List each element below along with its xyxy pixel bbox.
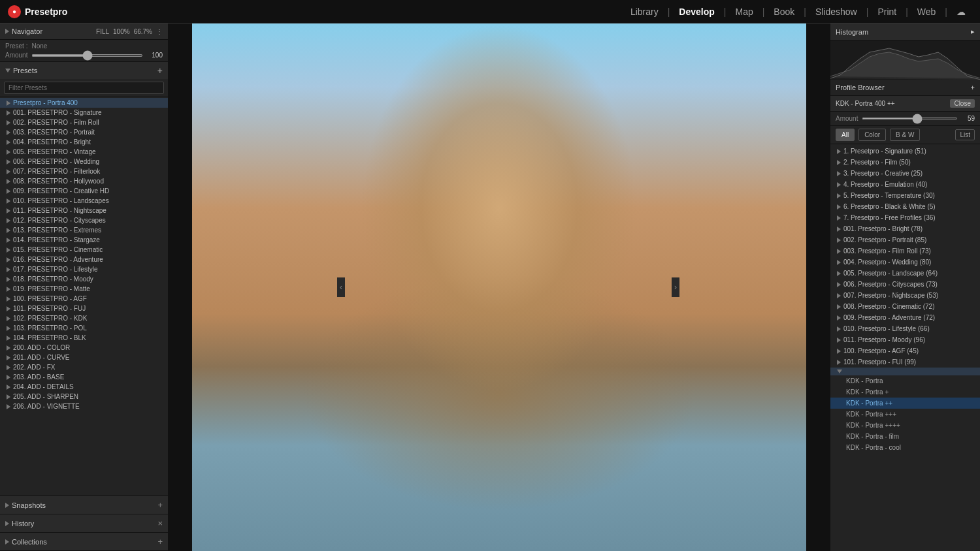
pb-group-16[interactable]: 010. Presetpro - Lifestyle (66) [830,323,980,334]
presets-header[interactable]: Presets + [0,62,168,79]
preset-label: Preset : [5,42,27,50]
left-panel-toggle[interactable]: ‹ [337,277,345,297]
nav-web[interactable]: Web [911,7,943,17]
tab-color[interactable]: Color [858,129,886,141]
snapshots-row[interactable]: Snapshots + [0,496,168,514]
zoom1-value[interactable]: 100% [113,28,130,35]
pb-group-kdk[interactable] [830,368,980,375]
tab-bw[interactable]: B & W [890,129,920,141]
preset-item-9[interactable]: 010. PRESETPRO - Landscapes [0,196,168,206]
preset-item-add-details[interactable]: 204. ADD - DETAILS [0,382,168,392]
pb-kdk-1[interactable]: KDK - Portra [830,375,980,386]
pb-kdk-6[interactable]: KDK - Portra - film [830,431,980,442]
nav-develop[interactable]: Develop [672,7,721,17]
preset-item-add-color[interactable]: 200. ADD - COLOR [0,343,168,353]
preset-item-15[interactable]: 016. PRESETPRO - Adventure [0,255,168,264]
pb-group-10[interactable]: 004. Presetpro - Wedding (80) [830,257,980,268]
pi-tri [7,365,10,370]
preset-item-17[interactable]: 018. PRESETPRO - Moody [0,274,168,284]
collections-add-icon[interactable]: + [157,537,163,546]
nav-book[interactable]: Book [767,7,801,17]
pb-group-13[interactable]: 007. Presetpro - Nightscape (53) [830,290,980,301]
pi-tri [7,218,10,223]
presets-search-input[interactable] [4,82,164,94]
preset-item-3[interactable]: 004. PRESETPRO - Bright [0,137,168,147]
navigator-header[interactable]: Navigator FILL 100% 66.7% ⋮ [0,24,168,39]
preset-item-7[interactable]: 008. PRESETPRO - Hollywood [0,176,168,186]
zoom2-value[interactable]: 66.7% [134,28,152,35]
list-view-button[interactable]: List [955,129,975,140]
profile-browser-plus[interactable]: + [971,84,975,91]
nav-map[interactable]: Map [728,7,759,17]
histogram-header[interactable]: Histogram ▸ [830,24,980,40]
preset-item-21[interactable]: 102. PRESETPRO - KDK [0,313,168,323]
preset-item-16[interactable]: 017. PRESETPRO - Lifestyle [0,264,168,274]
pb-group-18[interactable]: 100. Presetpro - AGF (45) [830,345,980,356]
preset-item-13[interactable]: 014. PRESETPRO - Stargaze [0,235,168,245]
preset-item-add-vignette[interactable]: 206. ADD - VIGNETTE [0,401,168,411]
nav-cloud[interactable]: ☁ [950,7,972,17]
profile-amount-slider[interactable] [862,118,958,119]
preset-item-22[interactable]: 103. PRESETPRO - POL [0,323,168,333]
pb-group-9[interactable]: 003. Presetpro - Film Roll (73) [830,245,980,257]
preset-item-add-base[interactable]: 203. ADD - BASE [0,372,168,382]
preset-item-18[interactable]: 019. PRESETPRO - Matte [0,284,168,294]
right-panel-toggle[interactable]: › [672,277,679,297]
pb-group-6[interactable]: 7. Presetpro - Free Profiles (36) [830,212,980,223]
preset-item-1[interactable]: 002. PRESETPRO - Film Roll [0,118,168,127]
nav-print[interactable]: Print [871,7,903,17]
pb-group-7[interactable]: 001. Presetpro - Bright (78) [830,223,980,234]
navigator-collapse-icon [5,29,9,34]
navigator-options-icon[interactable]: ⋮ [156,28,163,35]
nav-library[interactable]: Library [624,7,665,17]
preset-item-20[interactable]: 101. PRESETPRO - FUJ [0,304,168,313]
preset-item-2[interactable]: 003. PRESETPRO - Portrait [0,127,168,137]
pb-group-11[interactable]: 005. Presetpro - Landscape (64) [830,268,980,279]
tab-all[interactable]: All [836,129,855,141]
presets-add-icon[interactable]: + [157,65,163,76]
preset-item-10[interactable]: 011. PRESETPRO - Nightscape [0,206,168,215]
preset-item-23[interactable]: 104. PRESETPRO - BLK [0,333,168,343]
pb-kdk-2[interactable]: KDK - Portra + [830,386,980,398]
preset-item-portra400[interactable]: Presetpro - Portra 400 [0,98,168,108]
pb-kdk-3[interactable]: KDK - Portra ++ [830,398,980,409]
preset-item-add-sharpen[interactable]: 205. ADD - SHARPEN [0,392,168,401]
pbg-tri [837,149,841,154]
pbg-tri [837,227,841,232]
pb-kdk-7[interactable]: KDK - Portra - cool [830,442,980,453]
pi-tri [7,375,10,380]
pb-group-5[interactable]: 6. Presetpro - Black & White (5) [830,201,980,212]
preset-item-8[interactable]: 009. PRESETPRO - Creative HD [0,186,168,196]
preset-item-add-curve[interactable]: 201. ADD - CURVE [0,353,168,362]
pb-group-12[interactable]: 006. Presetpro - Cityscapes (73) [830,279,980,290]
profile-close-button[interactable]: Close [950,99,975,108]
pb-group-3[interactable]: 4. Presetpro - Emulation (40) [830,179,980,190]
pb-group-0[interactable]: 1. Presetpro - Signature (51) [830,146,980,157]
pb-kdk-5[interactable]: KDK - Portra ++++ [830,420,980,431]
nav-slideshow[interactable]: Slideshow [809,7,864,17]
amount-slider[interactable] [31,54,143,57]
preset-item-12[interactable]: 013. PRESETPRO - Extremes [0,225,168,235]
collections-row[interactable]: Collections + [0,533,168,551]
preset-item-5[interactable]: 006. PRESETPRO - Wedding [0,157,168,166]
pb-group-14[interactable]: 008. Presetpro - Cinematic (72) [830,301,980,312]
pb-kdk-4[interactable]: KDK - Portra +++ [830,409,980,420]
pb-group-8[interactable]: 002. Presetpro - Portrait (85) [830,234,980,245]
pb-group-1[interactable]: 2. Presetpro - Film (50) [830,157,980,168]
preset-item-add-fx[interactable]: 202. ADD - FX [0,362,168,372]
pb-group-15[interactable]: 009. Presetpro - Adventure (72) [830,312,980,323]
pb-group-17[interactable]: 011. Presetpro - Moody (96) [830,334,980,345]
nav-menu: Library | Develop | Map | Book | Slidesh… [624,7,972,17]
pb-group-2[interactable]: 3. Presetpro - Creative (25) [830,168,980,179]
preset-item-14[interactable]: 015. PRESETPRO - Cinematic [0,245,168,255]
pb-group-19[interactable]: 101. Presetpro - FUI (99) [830,356,980,368]
history-row[interactable]: History × [0,514,168,533]
pb-group-4[interactable]: 5. Presetpro - Temperature (30) [830,190,980,201]
preset-item-11[interactable]: 012. PRESETPRO - Cityscapes [0,215,168,225]
history-close-icon[interactable]: × [157,518,163,528]
preset-item-4[interactable]: 005. PRESETPRO - Vintage [0,147,168,157]
preset-item-6[interactable]: 007. PRESETPRO - Filterlook [0,166,168,176]
snapshots-add-icon[interactable]: + [157,500,163,510]
preset-item-0[interactable]: 001. PRESETPRO - Signature [0,108,168,118]
preset-item-19[interactable]: 100. PRESETPRO - AGF [0,294,168,304]
